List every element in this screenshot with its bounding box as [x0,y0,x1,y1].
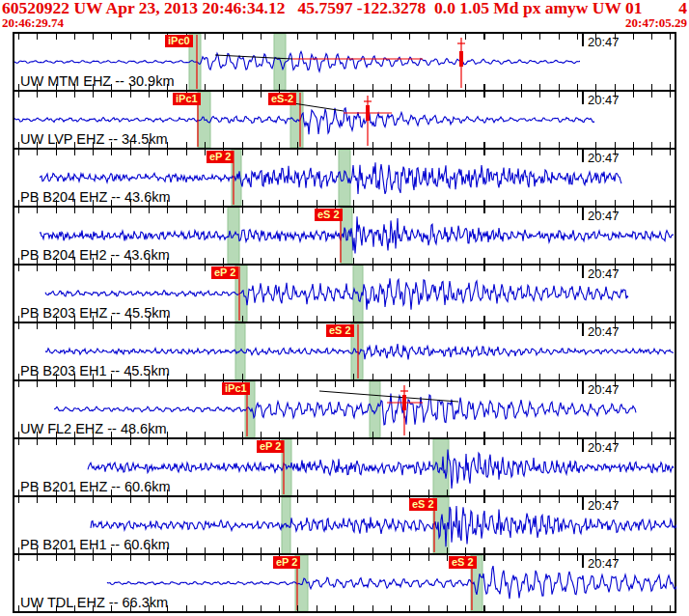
duration-marker-handle[interactable] [459,51,463,67]
station-label: UW TDL EHZ -- 66.3km [20,595,168,610]
time-label: 20:47 [588,266,620,281]
trace-panel[interactable]: eS 220:47PB B204 EH2 -- 43.6km [13,206,676,264]
trace-panel[interactable]: eS 220:47PB B203 EH1 -- 45.5km [13,322,676,379]
station-label: UW MTM EHZ -- 30.9km [20,73,175,89]
station-label: UW LVP EHZ -- 34.5km [20,131,168,147]
trace-panel[interactable]: eP 220:47PB B203 EHZ -- 45.5km [13,264,676,322]
time-label: 20:47 [588,35,620,49]
time-label: 20:47 [588,209,620,223]
minute-tick [582,150,584,162]
station-label: PB B201 EHZ -- 60.6km [20,479,171,494]
coda-decay-line [319,391,458,402]
time-label: 20:47 [588,324,620,339]
pick-label[interactable]: eS-2 [268,93,296,105]
minute-tick [582,34,584,46]
window-start-time: 20:46:29.74 [2,15,64,31]
pick-window-highlight [433,439,449,495]
time-label: 20:47 [588,498,620,513]
pick-label[interactable]: eS 2 [409,498,437,511]
pick-label[interactable]: iPc1 [173,93,201,105]
station-label: UW FL2 EHZ -- 48.6km [20,421,166,436]
trace-panel[interactable]: eS 220:47PB B201 EH1 -- 60.6km [13,495,676,553]
waveform [54,394,636,425]
station-label: PB B204 EHZ -- 43.6km [20,189,171,205]
pick-label[interactable]: eP 2 [257,440,284,453]
minute-tick [582,266,584,278]
waveform [14,108,594,134]
minute-tick [582,439,584,452]
pick-label[interactable]: eS 2 [315,209,343,221]
time-label: 20:47 [588,440,620,455]
minute-tick [582,323,584,336]
trace-panel[interactable]: eP 220:47PB B204 EHZ -- 43.6km [13,148,676,206]
minute-tick [582,381,584,394]
time-label: 20:47 [588,556,620,571]
waveform [88,450,674,489]
station-label: PB B204 EH2 -- 43.6km [20,247,170,263]
pick-window-highlight [274,34,286,90]
time-label: 20:47 [588,382,620,397]
pick-label[interactable]: eP 2 [273,556,300,569]
duration-marker-handle[interactable] [366,105,370,121]
trace-panel[interactable]: iPc1eS-220:47UW LVP EHZ -- 34.5km [13,90,676,148]
minute-tick [582,92,584,104]
minute-tick [582,208,584,220]
pick-label[interactable]: iPc0 [165,35,193,47]
trace-panel[interactable]: iPc120:47UW FL2 EHZ -- 48.6km [13,379,676,437]
time-label: 20:47 [588,151,620,165]
minute-tick [582,555,584,568]
pick-label[interactable]: iPc1 [222,382,250,395]
minute-tick [582,497,584,510]
pick-label[interactable]: eS 2 [449,556,477,569]
seismic-analysis-window: 60520922 UW Apr 23, 2013 20:46:34.12 45.… [0,0,689,616]
duration-marker-handle[interactable] [402,395,406,410]
station-label: PB B203 EH1 -- 45.5km [20,363,170,378]
window-end-time: 20:47:05.29 [625,15,687,31]
waveform [107,566,676,599]
station-label: PB B203 EHZ -- 45.5km [20,305,171,321]
trace-panel[interactable]: eP 220:47PB B201 EHZ -- 60.6km [13,437,676,495]
station-label: PB B201 EH1 -- 60.6km [20,537,170,552]
pick-label[interactable]: eS 2 [326,324,354,337]
trace-panel[interactable]: iPc020:47UW MTM EHZ -- 30.9km [13,32,676,90]
pick-label[interactable]: eP 2 [211,266,238,279]
waveform [14,51,580,71]
pick-label[interactable]: eP 2 [207,151,234,163]
time-label: 20:47 [588,93,620,107]
trace-panel[interactable]: eP 2eS 220:47UW TDL EHZ -- 66.3km [13,553,676,613]
